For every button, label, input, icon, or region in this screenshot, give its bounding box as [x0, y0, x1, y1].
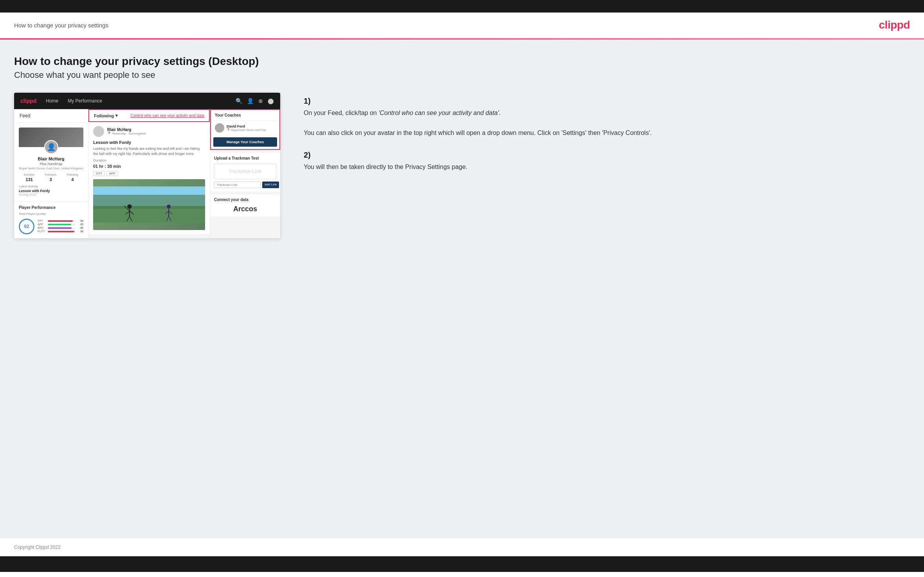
- post-user-info: Blair McHarg 📍 Yesterday · Sunningdale: [107, 128, 146, 135]
- bar-app-track: [48, 224, 76, 225]
- feed-tab: Feed: [14, 109, 88, 123]
- trackman-card: Upload a Trackman Test Trackman Link Add…: [210, 153, 280, 191]
- instructions-panel: 1) On your Feed, click/tap on 'Control w…: [296, 93, 910, 184]
- stat-activities-label: Activities: [24, 173, 35, 176]
- svg-point-10: [167, 205, 171, 209]
- bar-putt-fill: [48, 231, 74, 232]
- profile-stats: Activities 131 Followers 3 Following 4: [19, 173, 83, 182]
- bottom-bar: [0, 556, 924, 572]
- trackman-input[interactable]: [214, 182, 261, 188]
- bar-app-label: APP: [38, 223, 46, 226]
- coach-name: David Ford: [227, 124, 266, 128]
- bar-putt: PUTT 96: [38, 230, 83, 233]
- app-nav-right: 🔍 👤 ⊕ ⬤: [236, 98, 274, 104]
- profile-avatar: 👤: [44, 140, 58, 154]
- following-button[interactable]: Following ▾: [94, 113, 118, 118]
- location-pin-icon: 📍: [227, 128, 230, 131]
- svg-rect-2: [93, 195, 205, 209]
- trackman-input-row: Add Link: [214, 182, 276, 188]
- coach-avatar: [215, 123, 224, 133]
- post-description: Looking to feel like my hands are exitin…: [93, 146, 205, 156]
- bar-ott: OTT 90: [38, 219, 83, 222]
- bar-arg-value: 86: [77, 226, 83, 229]
- bar-arg-label: ARG: [38, 226, 46, 229]
- content-layout: clippd Home My Performance 🔍 👤 ⊕ ⬤ Feed: [14, 93, 910, 238]
- latest-activity-label: Latest Activity: [19, 185, 83, 188]
- profile-name: Blair McHarg: [19, 156, 83, 161]
- trackman-title: Upload a Trackman Test: [214, 156, 276, 160]
- app-right-sidebar: Your Coaches David Ford 📍 Royal North De…: [210, 109, 280, 238]
- quality-score: 92: [19, 219, 34, 234]
- post-title: Lesson with Fordy: [93, 140, 205, 145]
- duration-label: Duration: [93, 158, 205, 162]
- bar-putt-track: [48, 231, 76, 232]
- page-subtitle: Choose what you want people to see: [14, 70, 910, 80]
- add-link-button[interactable]: Add Link: [262, 182, 279, 188]
- player-performance: Player Performance Total Player Quality …: [14, 201, 88, 238]
- connect-data-card: Connect your data Arccos: [210, 194, 280, 216]
- app-body: Feed 👤 Blair McHarg Plus Handicap Royal …: [14, 109, 280, 238]
- stat-following-label: Following: [67, 173, 78, 176]
- page-title: How to change your privacy settings (Des…: [14, 55, 910, 68]
- app-nav-home: Home: [46, 98, 58, 104]
- manage-coaches-button[interactable]: Manage Your Coaches: [213, 137, 277, 147]
- chevron-down-icon: ▾: [115, 113, 118, 118]
- stat-followers-value: 3: [49, 177, 52, 182]
- coaches-card: Your Coaches David Ford 📍 Royal North De…: [210, 109, 280, 150]
- quality-bars: OTT 90 APP: [38, 219, 83, 234]
- app-left-sidebar: Feed 👤 Blair McHarg Plus Handicap Royal …: [14, 109, 88, 238]
- stat-following: Following 4: [67, 173, 78, 182]
- trackman-link-box: Trackman Link: [214, 164, 276, 179]
- app-nav-performance: My Performance: [68, 98, 102, 104]
- bar-arg-track: [48, 227, 76, 229]
- header-title: How to change your privacy settings: [14, 22, 108, 29]
- perf-title: Player Performance: [19, 205, 83, 210]
- post-header: Blair McHarg 📍 Yesterday · Sunningdale: [93, 126, 205, 137]
- bar-arg: ARG 86: [38, 226, 83, 229]
- bar-ott-value: 90: [77, 219, 83, 222]
- bar-putt-value: 96: [77, 230, 83, 233]
- instruction-2-number: 2): [304, 151, 910, 160]
- tag-app: APP: [106, 171, 118, 176]
- connect-title: Connect your data: [214, 198, 276, 202]
- perf-subtitle: Total Player Quality: [19, 212, 83, 216]
- following-bar: Following ▾ Control who can see your act…: [88, 109, 210, 122]
- latest-activity-date: 03 Aug 2022: [19, 193, 83, 196]
- instruction-1: 1) On your Feed, click/tap on 'Control w…: [304, 97, 910, 138]
- copyright: Copyright Clippd 2022: [14, 545, 61, 550]
- add-icon: ⊕: [258, 98, 263, 104]
- bar-putt-label: PUTT: [38, 230, 46, 233]
- svg-point-3: [127, 204, 131, 209]
- bar-arg-fill: [48, 227, 72, 229]
- header: How to change your privacy settings clip…: [0, 13, 924, 38]
- arccos-logo: Arccos: [214, 205, 276, 213]
- app-nav: clippd Home My Performance 🔍 👤 ⊕ ⬤: [14, 93, 280, 109]
- instruction-1-number: 1): [304, 97, 910, 106]
- coach-info: David Ford 📍 Royal North Devon Golf Club: [227, 124, 266, 131]
- search-icon: 🔍: [236, 98, 242, 104]
- golf-scene-svg: [93, 179, 205, 230]
- post-tags: OTT APP: [93, 171, 205, 176]
- app-mockup: clippd Home My Performance 🔍 👤 ⊕ ⬤ Feed: [14, 93, 280, 238]
- instruction-1-text: On your Feed, click/tap on 'Control who …: [304, 108, 910, 138]
- avatar-icon: ⬤: [268, 98, 274, 104]
- bar-app-value: 85: [77, 223, 83, 226]
- bar-app: APP 85: [38, 223, 83, 226]
- control-privacy-link[interactable]: Control who can see your activity and da…: [131, 113, 204, 118]
- post-image: [93, 179, 205, 230]
- app-main-feed: Following ▾ Control who can see your act…: [88, 109, 210, 238]
- app-nav-logo: clippd: [20, 98, 36, 104]
- bar-ott-track: [48, 220, 76, 222]
- footer: Copyright Clippd 2022: [0, 538, 924, 556]
- stat-followers-label: Followers: [45, 173, 57, 176]
- trackman-placeholder: Trackman Link: [229, 169, 261, 174]
- tag-ott: OTT: [93, 171, 105, 176]
- post-location: 📍 Yesterday · Sunningdale: [107, 132, 146, 135]
- coach-club: 📍 Royal North Devon Golf Club: [227, 128, 266, 131]
- bar-app-fill: [48, 224, 71, 225]
- post-card: Blair McHarg 📍 Yesterday · Sunningdale L…: [88, 122, 210, 234]
- instruction-2-text: You will then be taken directly to the P…: [304, 162, 910, 172]
- post-user-avatar: [93, 126, 104, 137]
- coach-item: David Ford 📍 Royal North Devon Golf Club: [211, 121, 279, 135]
- instruction-2: 2) You will then be taken directly to th…: [304, 151, 910, 172]
